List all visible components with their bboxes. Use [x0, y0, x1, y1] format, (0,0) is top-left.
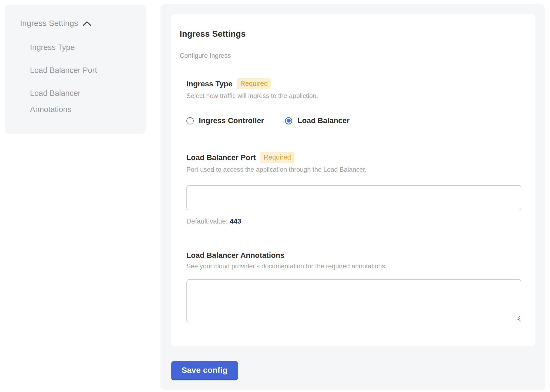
chevron-up-icon	[82, 21, 92, 27]
page-subtitle: Configure Ingress	[180, 52, 521, 59]
load-balancer-port-input[interactable]	[186, 185, 521, 210]
section-load-balancer-annotations: Load Balancer Annotations See your cloud…	[186, 251, 521, 322]
save-config-button[interactable]: Save config	[171, 361, 238, 380]
radio-load-balancer[interactable]	[285, 117, 292, 124]
sidebar-group-label: Ingress Settings	[20, 19, 78, 28]
default-value-label: Default value:	[186, 217, 228, 225]
sidebar-item-list: Ingress Type Load Balancer Port Load Bal…	[20, 39, 138, 117]
settings-panel: Ingress Settings Configure Ingress Ingre…	[160, 4, 545, 390]
sidebar-item-load-balancer-annotations[interactable]: Load Balancer Annotations	[30, 85, 119, 117]
load-balancer-port-heading: Load Balancer Port	[186, 153, 256, 162]
section-ingress-type: Ingress Type Required Select how traffic…	[186, 78, 521, 125]
settings-sidebar: Ingress Settings Ingress Type Load Balan…	[5, 5, 146, 134]
settings-card: Ingress Settings Configure Ingress Ingre…	[171, 14, 535, 346]
radio-ingress-controller[interactable]	[186, 117, 194, 124]
load-balancer-annotations-description: See your cloud provider’s documentation …	[186, 262, 521, 270]
load-balancer-port-description: Port used to access the application thro…	[186, 166, 521, 173]
sidebar-item-ingress-type[interactable]: Ingress Type	[30, 39, 119, 55]
section-load-balancer-port: Load Balancer Port Required Port used to…	[186, 152, 521, 225]
radio-label-ingress-controller: Ingress Controller	[199, 116, 264, 125]
required-badge: Required	[237, 78, 271, 89]
load-balancer-annotations-textarea[interactable]	[186, 279, 521, 322]
load-balancer-annotations-heading: Load Balancer Annotations	[186, 251, 284, 260]
sidebar-item-load-balancer-port[interactable]: Load Balancer Port	[30, 62, 119, 78]
radio-option-ingress-controller[interactable]: Ingress Controller	[186, 116, 264, 125]
default-value: 443	[230, 217, 241, 225]
page-title: Ingress Settings	[180, 29, 521, 39]
default-value-hint: Default value:443	[186, 217, 521, 225]
ingress-type-heading: Ingress Type	[186, 80, 233, 88]
ingress-type-radio-group: Ingress Controller Load Balancer	[186, 116, 521, 125]
radio-option-load-balancer[interactable]: Load Balancer	[285, 116, 350, 125]
required-badge: Required	[260, 152, 294, 163]
sidebar-group-ingress-settings[interactable]: Ingress Settings	[20, 19, 138, 28]
radio-label-load-balancer: Load Balancer	[297, 116, 350, 125]
ingress-type-description: Select how traffic will ingress to the a…	[186, 92, 521, 100]
